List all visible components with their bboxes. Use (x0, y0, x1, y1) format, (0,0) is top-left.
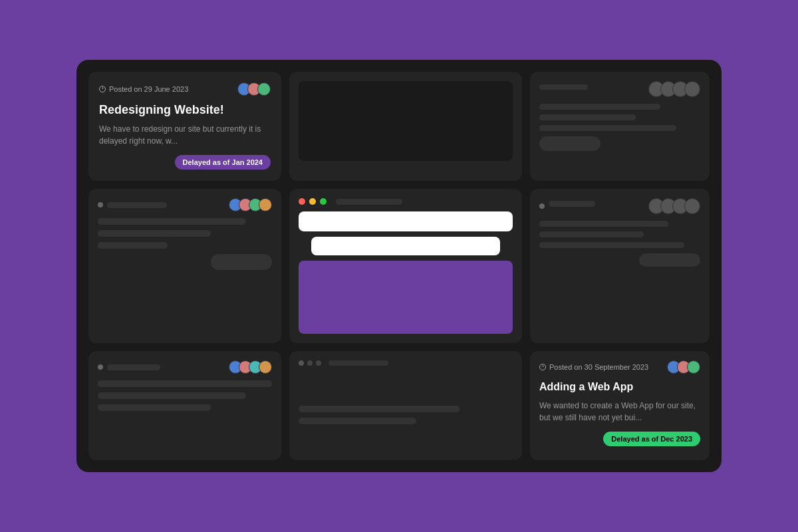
avatar-group-right (648, 81, 700, 97)
badge-container: Delayed as of Jan 2024 (99, 155, 271, 170)
dot-green (320, 198, 327, 205)
skel-dot-row (539, 84, 588, 90)
skel-bc-1 (299, 406, 460, 412)
clock-icon (99, 86, 106, 92)
bot-left-header (98, 360, 272, 374)
posted-date: Posted on 29 June 2023 (99, 85, 188, 93)
card-bot-center (289, 351, 522, 460)
card-top-center (289, 72, 522, 181)
skel-bl-title (107, 364, 160, 370)
webapp-date-text: Posted on 30 September 2023 (549, 363, 648, 371)
dot-yellow (309, 198, 316, 205)
delay-badge[interactable]: Delayed as of Jan 2024 (175, 155, 271, 170)
avatar-r4 (684, 81, 700, 97)
skel-mr-1 (539, 221, 668, 227)
card-header: Posted on 29 June 2023 (99, 82, 271, 96)
bot-url-skel (329, 360, 388, 366)
date-text: Posted on 29 June 2023 (109, 85, 188, 93)
avatar-group-bl (229, 360, 272, 374)
card-title: Redesigning Website! (99, 102, 271, 118)
skel-ml-2 (98, 230, 211, 237)
status-dot-bl (98, 364, 103, 370)
dot-sm-1 (299, 360, 304, 366)
av-wa3 (687, 360, 700, 374)
avatar-group-mr (648, 198, 700, 214)
card-browser (289, 189, 522, 343)
webapp-desc: We wanted to create a Web App for our si… (539, 400, 700, 424)
skel-mr-btn (639, 253, 700, 267)
skel-bl-2 (98, 392, 246, 399)
bot-center-dots (299, 360, 513, 366)
skel-ml-3 (98, 242, 168, 249)
bot-center-spacer (299, 372, 513, 406)
skel-title (107, 202, 167, 208)
skel-mr-3 (539, 242, 684, 248)
avatar-3 (257, 82, 271, 96)
right-card-header (539, 81, 700, 97)
url-bar-skel (336, 199, 402, 205)
skel-ml-btn (211, 254, 272, 270)
webapp-delay-badge[interactable]: Delayed as of Dec 2023 (603, 432, 700, 446)
card-redesign: Posted on 29 June 2023 Redesigning Websi… (88, 72, 281, 181)
card-desc: We have to redesign our site but current… (99, 123, 271, 147)
webapp-badge-container: Delayed as of Dec 2023 (539, 432, 700, 446)
card-webapp: Posted on 30 September 2023 Adding a Web… (530, 351, 710, 460)
avatar-group-mid (229, 198, 272, 211)
card-mid-left (88, 189, 281, 343)
status-dot-r (539, 203, 545, 209)
skel-r-title (549, 201, 595, 207)
purple-content-block (299, 261, 513, 334)
webapp-header: Posted on 30 September 2023 (539, 360, 700, 374)
skel-ml-1 (98, 218, 246, 225)
clock-icon-2 (539, 364, 546, 370)
av-m4 (259, 198, 272, 211)
webapp-date: Posted on 30 September 2023 (539, 363, 648, 371)
avatar-group-webapp (667, 360, 700, 374)
skel-btn (539, 136, 600, 151)
card-bot-left (88, 351, 281, 460)
av-mr4 (684, 198, 700, 214)
main-window: Posted on 29 June 2023 Redesigning Websi… (76, 60, 722, 472)
browser-dots (299, 198, 513, 205)
skel-line-3 (539, 125, 676, 131)
skel-line-1 (539, 104, 660, 110)
skel-bl-1 (98, 380, 272, 387)
dot-sm-2 (307, 360, 313, 366)
skel-mr-2 (539, 231, 644, 237)
skel-bc-2 (299, 418, 416, 424)
avatar-group (237, 82, 271, 96)
mid-right-header (539, 198, 700, 214)
dot-sm-3 (316, 360, 321, 366)
webapp-title: Adding a Web App (539, 380, 700, 394)
browser-bar-2 (311, 237, 499, 255)
mid-left-header (98, 198, 272, 211)
status-dot (98, 202, 103, 207)
card-top-right (530, 72, 710, 181)
skel-line-2 (539, 114, 636, 120)
dark-preview-block (299, 81, 513, 161)
card-mid-right (530, 189, 710, 343)
browser-bar-1 (299, 211, 513, 231)
av-bl4 (259, 360, 272, 374)
skel-bl-3 (98, 404, 211, 411)
dot-red (299, 198, 305, 205)
